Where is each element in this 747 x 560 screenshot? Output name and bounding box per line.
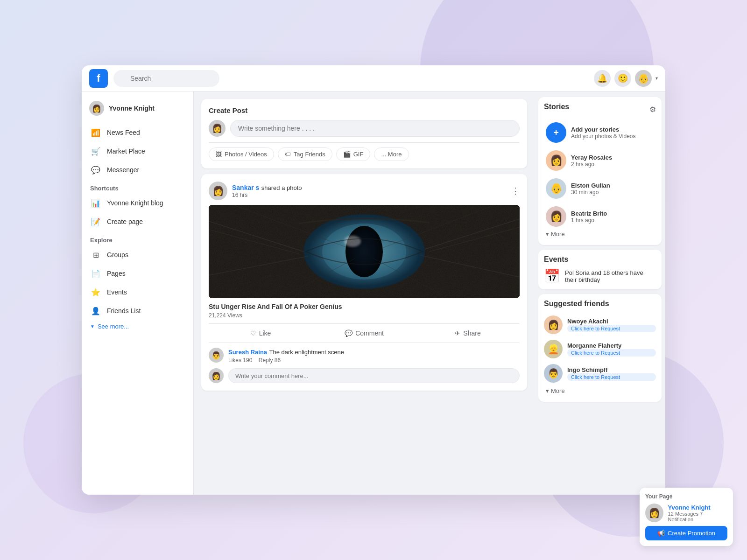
post-image: [209, 205, 520, 298]
create-post-input[interactable]: [230, 120, 520, 137]
facebook-logo: f: [89, 69, 108, 88]
notifications-button[interactable]: 🔔: [594, 70, 611, 87]
sidebar-profile[interactable]: 👩 Yvonne Knight: [85, 97, 190, 119]
friend-info-1: Morganne Flaherty Click here to Request: [567, 342, 656, 357]
see-more-button[interactable]: ▼ See more...: [85, 320, 190, 333]
comment-body: The dark enlightment scene: [269, 349, 344, 356]
friend-request-btn-0[interactable]: Click here to Request: [567, 325, 656, 332]
right-sidebar: Stories ⚙ + Add your stories Add your ph…: [535, 91, 665, 495]
add-story-item[interactable]: + Add your stories Add your photos & Vid…: [544, 120, 656, 145]
sidebar-item-friends-list[interactable]: 👤 Friends List: [85, 301, 190, 320]
navbar-right: 🔔 🙂 👴 ▾: [594, 70, 658, 87]
story-item-1[interactable]: 👴 Elston Gullan 30 min ago: [544, 176, 656, 201]
add-story-info: Add your stories Add your photos & Video…: [571, 126, 636, 140]
sidebar-item-pages[interactable]: 📄 Pages: [85, 264, 190, 283]
friend-item-1: 👱 Morganne Flaherty Click here to Reques…: [544, 337, 656, 361]
your-page-avatar: 👩: [645, 504, 663, 522]
post-author-info: Sankar s shared a photo 16 hrs: [232, 183, 302, 198]
sidebar-label-pages: Pages: [107, 270, 126, 277]
friend-request-btn-1[interactable]: Click here to Request: [567, 349, 656, 357]
photos-videos-button[interactable]: 🖼 Photos / Videos: [209, 147, 274, 161]
photos-videos-label: Photos / Videos: [225, 151, 267, 158]
navbar: f 🔍 🔔 🙂 👴 ▾: [82, 65, 665, 91]
story-name-2: Beatriz Brito: [571, 210, 607, 217]
share-label: Share: [463, 329, 480, 337]
sidebar-label-groups: Groups: [107, 251, 128, 259]
friend-info-2: Ingo Schimpff Click here to Request: [567, 366, 656, 381]
sidebar-item-messenger[interactable]: 💬 Messenger: [85, 161, 190, 179]
post-actions: 🖼 Photos / Videos 🏷 Tag Friends 🎬 GIF ..…: [209, 142, 520, 161]
gif-label: GIF: [353, 151, 364, 158]
stories-settings-button[interactable]: ⚙: [649, 105, 656, 114]
create-post-input-row: 👩: [209, 120, 520, 137]
stories-widget-header: Stories ⚙: [544, 103, 656, 116]
more-button[interactable]: ... More: [374, 147, 409, 161]
story-time-2: 1 hrs ago: [571, 217, 607, 224]
friends-more-button[interactable]: ▾ More: [544, 385, 656, 396]
groups-icon: ⊞: [90, 249, 101, 260]
user-dropdown-arrow[interactable]: ▾: [655, 76, 658, 81]
person-icon: 👤: [90, 305, 101, 316]
post-more-button[interactable]: ⋮: [511, 186, 520, 196]
like-button[interactable]: ♡ Like: [209, 326, 312, 341]
story-item-0[interactable]: 👩 Yeray Rosales 2 hrs ago: [544, 148, 656, 173]
sidebar-item-blog[interactable]: 📊 Yvonne Knight blog: [85, 194, 190, 212]
story-time-0: 2 hrs ago: [571, 161, 612, 168]
svg-point-5: [344, 236, 361, 247]
sidebar-label-news-feed: News Feed: [107, 129, 140, 136]
friend-request-btn-2[interactable]: Click here to Request: [567, 373, 656, 381]
story-name-0: Yeray Rosales: [571, 154, 612, 161]
post-author-name: Sankar s shared a photo: [232, 183, 302, 192]
comment-section: 👨 Suresh Raina The dark enlightment scen…: [209, 348, 520, 364]
post-time: 16 hrs: [232, 192, 302, 198]
tag-friends-button[interactable]: 🏷 Tag Friends: [278, 147, 332, 161]
sidebar-item-news-feed[interactable]: 📶 News Feed: [85, 123, 190, 142]
story-info-2: Beatriz Brito 1 hrs ago: [571, 210, 607, 224]
events-text: Pol Soria and 18 others have their birth…: [565, 269, 656, 283]
sidebar-item-events[interactable]: ⭐ Events: [85, 283, 190, 301]
friend-name-1: Morganne Flaherty: [567, 342, 656, 349]
gif-button[interactable]: 🎬 GIF: [336, 147, 371, 161]
story-avatar-0: 👩: [546, 150, 566, 171]
story-time-1: 30 min ago: [571, 189, 610, 196]
comment-author-name: Suresh Raina: [228, 349, 267, 356]
create-promotion-button[interactable]: 📢 Create Promotion: [645, 526, 727, 540]
comment-input[interactable]: [228, 368, 520, 383]
friend-name-2: Ingo Schimpff: [567, 366, 656, 373]
chevron-down-stories-icon: ▾: [546, 231, 549, 238]
friend-item-0: 👩 Nwoye Akachi Click here to Request: [544, 313, 656, 337]
feed: Create Post 👩 🖼 Photos / Videos 🏷 Tag Fr…: [194, 91, 535, 495]
stories-title: Stories: [544, 103, 569, 111]
messenger-button[interactable]: 🙂: [614, 70, 631, 87]
like-label: Like: [259, 329, 271, 337]
comment-content: Suresh Raina The dark enlightment scene …: [228, 348, 520, 364]
photos-icon: 🖼: [216, 151, 222, 158]
pages-icon: 📄: [90, 268, 101, 279]
chevron-down-friends-icon: ▾: [546, 387, 549, 394]
share-button[interactable]: ✈ Share: [416, 326, 520, 341]
stories-more-button[interactable]: ▾ More: [544, 229, 656, 239]
sidebar-item-marketplace[interactable]: 🛒 Market Place: [85, 142, 190, 161]
wolf-eye-visual: [209, 205, 520, 298]
story-avatar-2: 👩: [546, 206, 566, 227]
story-item-2[interactable]: 👩 Beatriz Brito 1 hrs ago: [544, 204, 656, 229]
see-more-label: See more...: [98, 323, 129, 330]
search-input[interactable]: [113, 70, 219, 87]
chat-icon: 💬: [90, 164, 101, 175]
edit-icon: 📝: [90, 216, 101, 227]
comment-button[interactable]: 💬 Comment: [312, 326, 416, 341]
main-layout: 👩 Yvonne Knight 📶 News Feed 🛒 Market Pla…: [82, 91, 665, 495]
post-title: Stu Unger Rise And Fall Of A Poker Geniu…: [209, 303, 520, 310]
post-views: 21,224 Views: [209, 312, 520, 319]
birthday-icon: 📅: [544, 268, 560, 284]
star-icon: ⭐: [90, 287, 101, 298]
add-story-name: Add your stories: [571, 126, 636, 133]
comment-icon: 💬: [345, 329, 352, 337]
post-card: 👩 Sankar s shared a photo 16 hrs ⋮: [201, 174, 527, 391]
story-info-0: Yeray Rosales 2 hrs ago: [571, 154, 612, 168]
your-page-info: Yvonne Knight 12 Messages 7 Notification: [668, 504, 727, 522]
sidebar-item-groups[interactable]: ⊞ Groups: [85, 245, 190, 264]
suggested-friends-widget: Suggested friends 👩 Nwoye Akachi Click h…: [538, 294, 662, 402]
friend-info-0: Nwoye Akachi Click here to Request: [567, 318, 656, 332]
sidebar-item-create-page[interactable]: 📝 Create page: [85, 212, 190, 231]
